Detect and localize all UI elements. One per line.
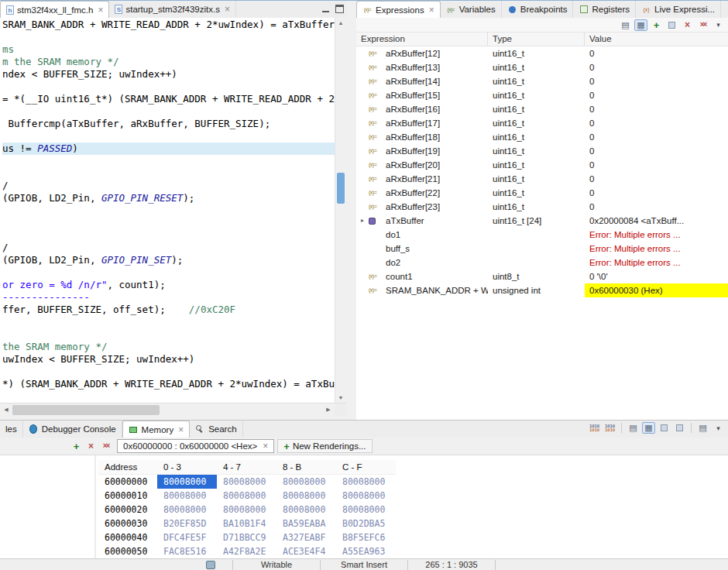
expression-row[interactable]: aRxBuffer[22]uint16_t0 [356, 186, 728, 200]
bottom-tab-memory[interactable]: Memory× [122, 421, 191, 438]
memory-cell[interactable]: 80008000 [336, 489, 396, 503]
memory-cell[interactable]: A327EABF [276, 531, 336, 544]
remove-expression-icon[interactable] [681, 19, 694, 31]
hex-format-icon[interactable] [588, 422, 601, 434]
expression-row[interactable]: aRxBuffer[19]uint16_t0 [356, 144, 728, 158]
memory-cell[interactable]: 80008000 [157, 503, 217, 517]
column-header-expression[interactable]: Expression [356, 33, 488, 46]
expression-row[interactable]: SRAM_BANK_ADDR + WRunsigned int0x6000003… [356, 283, 728, 297]
debug-tab-breakpoints[interactable]: Breakpoints [502, 1, 574, 18]
code-editor[interactable]: SRAM_BANK_ADDR + WRITE_READ_ADDR + 2*uwI… [0, 18, 346, 403]
bottom-tab-les[interactable]: les [0, 421, 23, 438]
add-expression-icon[interactable] [650, 19, 663, 31]
remove-all-expressions-icon[interactable] [696, 19, 709, 31]
expression-row[interactable]: aRxBuffer[18]uint16_t0 [356, 130, 728, 144]
memory-cell[interactable]: D71BBCC9 [217, 531, 276, 544]
memory-column-header-4-7[interactable]: 4 - 7 [217, 460, 276, 474]
memory-address[interactable]: 60000000 [98, 475, 157, 489]
expression-row[interactable]: aRxBuffer[12]uint16_t0 [356, 46, 728, 60]
memory-cell[interactable]: 80008000 [157, 489, 217, 503]
debug-tab-expressions[interactable]: Expressions× [356, 1, 441, 19]
layout-icon[interactable] [696, 422, 709, 434]
expander-icon[interactable]: ▸ [361, 214, 369, 228]
memory-cell[interactable]: 80008000 [336, 503, 396, 517]
expression-row[interactable]: ▸aTxBufferuint16_t [24]0x20000084 <aTxBu… [356, 214, 728, 228]
column-header-value[interactable]: Value [585, 33, 728, 46]
close-icon[interactable]: × [178, 425, 184, 434]
code-area[interactable]: SRAM_BANK_ADDR + WRITE_READ_ADDR + 2*uwI… [0, 18, 335, 403]
close-icon[interactable]: × [263, 441, 268, 451]
memory-column-header-0-3[interactable]: 0 - 3 [157, 460, 217, 474]
close-icon[interactable]: × [98, 5, 103, 15]
link-renderings-icon[interactable] [658, 422, 671, 434]
memory-cell[interactable]: 80008000 [336, 475, 396, 489]
memory-cell[interactable]: DFC4FE5F [157, 531, 217, 544]
show-type-names-icon[interactable] [619, 19, 632, 31]
memory-cell[interactable]: B0D2DBA5 [336, 517, 396, 531]
memory-column-header-8-b[interactable]: 8 - B [276, 460, 336, 474]
pin-memory-icon[interactable] [673, 422, 686, 434]
show-logical-structure-icon[interactable] [634, 19, 647, 31]
memory-address[interactable]: 60000010 [98, 489, 157, 503]
memory-address[interactable]: 60000050 [98, 544, 157, 558]
debug-tab-variables[interactable]: Variables [441, 1, 502, 18]
minimize-icon[interactable] [321, 5, 330, 13]
memory-cell[interactable]: 80008000 [276, 489, 336, 503]
expression-row[interactable]: buff_sError: Multiple errors ... [356, 242, 728, 256]
memory-cell[interactable]: 80008000 [217, 489, 276, 503]
memory-cell[interactable]: 80008000 [217, 503, 276, 517]
memory-address[interactable]: 60000020 [98, 503, 157, 517]
memory-column-header-c-f[interactable]: C - F [336, 460, 396, 474]
expression-row[interactable]: aRxBuffer[15]uint16_t0 [356, 88, 728, 102]
split-rendering-icon[interactable] [642, 422, 655, 434]
memory-cell[interactable]: 80008000 [276, 503, 336, 517]
expression-row[interactable]: aRxBuffer[23]uint16_t0 [356, 200, 728, 214]
memory-cell[interactable]: B20EF85D [157, 517, 217, 531]
new-renderings-tab[interactable]: + New Renderings... [277, 439, 372, 453]
memory-rendering-tab[interactable]: 0x60000000 : 0x60000000 <Hex> × [117, 439, 274, 453]
new-memory-view-icon[interactable] [627, 422, 640, 434]
scroll-left-icon[interactable]: ◀ [0, 407, 12, 413]
remove-monitor-icon[interactable] [84, 441, 98, 452]
expression-row[interactable]: aRxBuffer[16]uint16_t0 [356, 102, 728, 116]
column-header-type[interactable]: Type [488, 33, 585, 46]
memory-cell[interactable]: BA59EABA [276, 517, 336, 531]
maximize-icon[interactable] [335, 5, 344, 13]
expression-row[interactable]: count1uint8_t0 '\0' [356, 270, 728, 283]
view-menu-icon[interactable] [712, 19, 725, 31]
scroll-down-icon[interactable]: ▼ [335, 393, 346, 403]
memory-column-header-address[interactable]: Address [98, 460, 157, 474]
editor-tab-startup-stm32f439zitx-s[interactable]: Sstartup_stm32f439zitx.s× [109, 1, 235, 18]
expression-row[interactable]: aRxBuffer[17]uint16_t0 [356, 116, 728, 130]
horizontal-scroll-thumb[interactable] [12, 405, 160, 415]
binary-format-icon[interactable] [603, 422, 616, 434]
memory-cell[interactable]: ACE3E4F4 [276, 544, 336, 558]
memory-cell[interactable]: 80008000 [217, 475, 276, 489]
expression-row[interactable]: do2Error: Multiple errors ... [356, 256, 728, 270]
memory-address[interactable]: 60000030 [98, 517, 157, 531]
memory-cell[interactable]: A42F8A2E [217, 544, 276, 558]
expression-row[interactable]: aRxBuffer[20]uint16_t0 [356, 158, 728, 172]
expression-row[interactable]: aRxBuffer[14]uint16_t0 [356, 74, 728, 88]
editor-vertical-scrollbar[interactable]: ▲ ▼ [335, 18, 346, 403]
debug-tab-live-expressi[interactable]: Live Expressi... [636, 1, 721, 18]
close-icon[interactable]: × [225, 5, 230, 14]
memory-cell[interactable]: A55EA963 [336, 544, 396, 558]
editor-horizontal-scrollbar[interactable]: ◀ ▶ [0, 403, 346, 416]
monitors-sash[interactable] [94, 455, 96, 558]
remove-all-monitors-icon[interactable] [99, 441, 112, 452]
bottom-tab-search[interactable]: Search [190, 421, 242, 438]
collapse-all-icon[interactable] [665, 19, 678, 31]
memory-cell[interactable]: 80008000 [276, 475, 336, 489]
editor-tab-stm32f4xx-ll-fmc-h[interactable]: hstm32f4xx_ll_fmc.h× [0, 1, 109, 19]
vertical-scroll-thumb[interactable] [337, 173, 345, 204]
memory-cell[interactable]: FAC8E516 [157, 544, 217, 558]
memory-cell[interactable]: 80008000 [157, 475, 217, 489]
view-menu-icon[interactable] [712, 422, 725, 434]
vertical-sash[interactable] [346, 1, 356, 420]
scroll-right-icon[interactable]: ▶ [322, 407, 335, 413]
expression-row[interactable]: aRxBuffer[21]uint16_t0 [356, 172, 728, 186]
memory-cell[interactable]: B8F5EFC6 [336, 531, 396, 544]
debug-tab-registers[interactable]: Registers [573, 1, 636, 18]
bottom-tab-debugger-console[interactable]: Debugger Console [23, 421, 122, 438]
